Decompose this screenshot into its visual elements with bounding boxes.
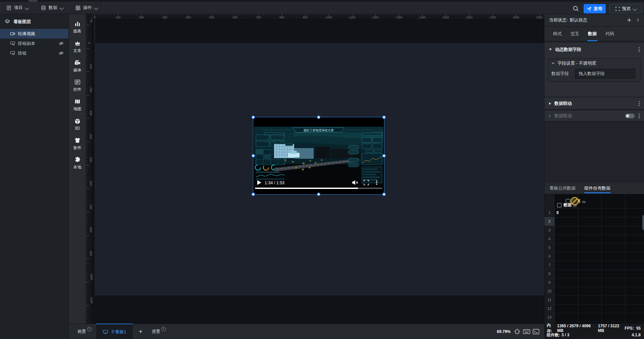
- row-number[interactable]: 3: [544, 226, 555, 235]
- table-cell[interactable]: [601, 313, 627, 322]
- table-cell[interactable]: [578, 217, 603, 226]
- data-field-dropzone[interactable]: 拖入数据字段: [575, 69, 635, 79]
- add-foreground-icon[interactable]: +: [87, 327, 92, 331]
- data-filter-section[interactable]: 数据筛选: [544, 111, 644, 122]
- table-cell[interactable]: 0: [554, 208, 580, 217]
- filter-toggle-off[interactable]: [625, 114, 635, 118]
- table-cell[interactable]: [554, 287, 580, 296]
- data-linkage-section[interactable]: 数据联动: [544, 98, 644, 110]
- table-cell[interactable]: [601, 243, 627, 252]
- section-menu-icon[interactable]: [639, 114, 640, 118]
- add-state-icon[interactable]: [627, 18, 632, 22]
- visibility-toggle[interactable]: [59, 51, 64, 56]
- table-cell[interactable]: [625, 226, 644, 235]
- resize-handle-n[interactable]: [317, 116, 320, 119]
- tab-code[interactable]: 代码: [605, 31, 614, 37]
- visibility-toggle[interactable]: [59, 41, 64, 46]
- row-number[interactable]: 6: [544, 252, 555, 261]
- row-number[interactable]: 13: [544, 313, 555, 322]
- row-number[interactable]: 10: [544, 287, 555, 296]
- table-cell[interactable]: [625, 208, 644, 217]
- resize-handle-se[interactable]: [382, 193, 386, 196]
- tool-text[interactable]: 文本: [69, 37, 86, 56]
- row-number[interactable]: 7: [544, 261, 555, 270]
- field-settings-header[interactable]: 字段设置 - 不透明度: [548, 59, 641, 68]
- tool-media[interactable]: 媒体: [69, 56, 86, 76]
- resize-handle-w[interactable]: [252, 154, 255, 157]
- table-cell[interactable]: [601, 226, 627, 235]
- tab-board-public-data[interactable]: 看板公共数据: [549, 185, 576, 191]
- section-menu-icon[interactable]: [639, 101, 640, 106]
- publish-button[interactable]: 发布: [584, 4, 606, 13]
- chevron-right-icon[interactable]: [636, 18, 640, 22]
- table-cell[interactable]: [601, 295, 627, 304]
- table-cell[interactable]: [578, 269, 603, 278]
- layer-item-button[interactable]: 按钮: [0, 48, 68, 58]
- table-cell[interactable]: [554, 304, 580, 313]
- table-cell[interactable]: [601, 252, 627, 261]
- table-cell[interactable]: [601, 269, 627, 278]
- table-cell[interactable]: [601, 234, 627, 244]
- foreground-button[interactable]: 前景 +: [69, 329, 96, 335]
- table-cell[interactable]: [625, 278, 644, 287]
- search-button[interactable]: [571, 4, 580, 13]
- table-cell[interactable]: [625, 261, 644, 270]
- row-number[interactable]: 12: [544, 304, 555, 313]
- tab-style[interactable]: 样式: [553, 31, 562, 37]
- table-cell[interactable]: [601, 287, 627, 296]
- resize-handle-sw[interactable]: [252, 193, 255, 196]
- table-cell[interactable]: [578, 208, 603, 217]
- table-cell[interactable]: [601, 208, 627, 217]
- menu-operations[interactable]: 操作: [69, 2, 104, 14]
- add-board-button[interactable]: +: [133, 328, 148, 335]
- table-cell[interactable]: [578, 295, 603, 304]
- background-button[interactable]: 背景 +: [148, 329, 169, 335]
- dynamic-data-header[interactable]: 动态数据字段: [544, 43, 644, 56]
- row-number[interactable]: 9: [544, 278, 555, 287]
- table-cell[interactable]: [554, 226, 580, 235]
- video-more-button[interactable]: [376, 180, 377, 185]
- tab-interaction[interactable]: 交互: [571, 31, 579, 37]
- row-number[interactable]: 11: [544, 295, 555, 304]
- table-cell[interactable]: [601, 278, 627, 287]
- resize-handle-s[interactable]: [317, 193, 320, 196]
- menu-data[interactable]: 数据: [35, 2, 69, 14]
- table-cell[interactable]: [601, 217, 627, 226]
- row-number[interactable]: 5: [544, 243, 555, 252]
- table-cell[interactable]: [578, 313, 603, 322]
- table-cell[interactable]: [625, 304, 644, 313]
- table-cell[interactable]: [578, 287, 603, 296]
- carousel-video-component[interactable]: 园区工程智慧系统大屏: [253, 117, 384, 194]
- table-cell[interactable]: [578, 278, 603, 287]
- tool-widgets[interactable]: 控件: [69, 76, 86, 95]
- fit-screen-icon[interactable]: [514, 328, 521, 335]
- select-all-checkbox[interactable]: [557, 203, 561, 207]
- resize-handle-nw[interactable]: [252, 116, 255, 119]
- table-cell[interactable]: [554, 234, 580, 244]
- table-cell[interactable]: [625, 313, 644, 322]
- table-cell[interactable]: [601, 304, 627, 313]
- table-cell[interactable]: [554, 313, 580, 322]
- tab-component-own-data[interactable]: 组件自有数据: [584, 185, 610, 191]
- table-cell[interactable]: [554, 295, 580, 304]
- table-cell[interactable]: [554, 278, 580, 287]
- table-cell[interactable]: [625, 269, 644, 278]
- resize-handle-ne[interactable]: [382, 116, 386, 119]
- tool-kits[interactable]: 套件: [69, 134, 86, 153]
- row-number[interactable]: 1: [544, 208, 555, 217]
- table-cell[interactable]: [554, 252, 580, 261]
- grid-scrollbar-thumb[interactable]: [642, 215, 644, 230]
- table-cell[interactable]: [578, 304, 603, 313]
- tool-local[interactable]: 本地: [69, 153, 86, 173]
- table-cell[interactable]: [578, 234, 603, 244]
- section-menu-icon[interactable]: [639, 47, 640, 52]
- table-cell[interactable]: [578, 252, 603, 261]
- layer-item-button-copy[interactable]: 按钮副本: [0, 39, 68, 48]
- table-cell[interactable]: [578, 226, 603, 235]
- table-cell[interactable]: [554, 243, 580, 252]
- table-cell[interactable]: [625, 295, 644, 304]
- preview-button[interactable]: 预览: [609, 4, 642, 13]
- row-number[interactable]: 4: [544, 234, 555, 244]
- table-cell[interactable]: [625, 217, 644, 226]
- table-cell[interactable]: [601, 261, 627, 270]
